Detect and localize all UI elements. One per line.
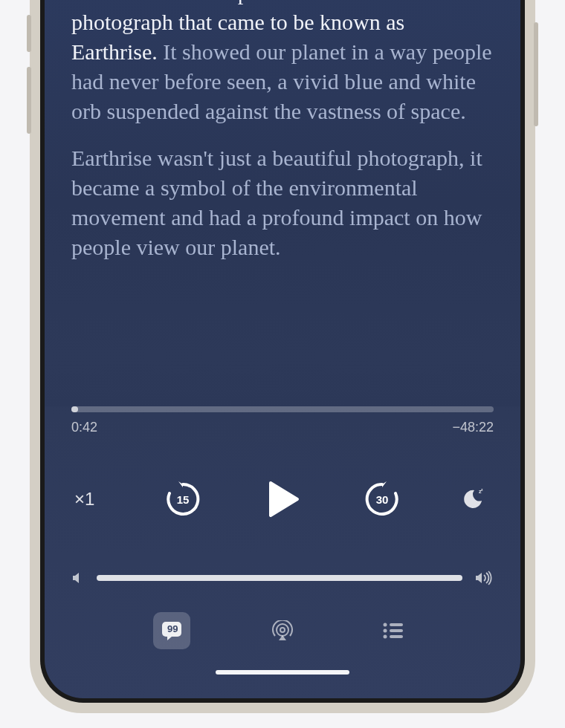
- airplay-button[interactable]: [264, 612, 301, 649]
- volume-slider[interactable]: [97, 575, 462, 581]
- sleep-timer-button[interactable]: z z: [455, 481, 491, 517]
- sleep-moon-icon: z z: [461, 487, 485, 511]
- phone-frame: William Anders captured the moment in a …: [30, 0, 535, 713]
- skip-forward-label: 30: [376, 493, 389, 506]
- volume-high-icon: [474, 571, 494, 585]
- transcript-icon: 99: [161, 620, 183, 641]
- remaining-time: −48:22: [452, 420, 494, 435]
- player-controls: 0:42 −48:22 ×1 15: [45, 406, 520, 698]
- queue-button[interactable]: [375, 612, 412, 649]
- time-labels: 0:42 −48:22: [71, 420, 494, 435]
- transcript-fade: [45, 347, 520, 406]
- svg-text:z: z: [481, 487, 483, 492]
- screen: William Anders captured the moment in a …: [45, 0, 520, 698]
- volume-low-icon: [71, 571, 85, 585]
- progress-slider[interactable]: [71, 406, 494, 412]
- svg-rect-9: [390, 629, 403, 632]
- skip-back-button[interactable]: 15: [162, 478, 204, 520]
- volume-row: [71, 571, 494, 585]
- svg-point-8: [384, 629, 387, 633]
- transcript-button[interactable]: 99: [153, 612, 190, 649]
- bottom-toolbar: 99: [71, 612, 494, 649]
- skip-back-label: 15: [177, 493, 190, 506]
- skip-forward-button[interactable]: 30: [361, 478, 403, 520]
- transcript-para2: Earthrise wasn't just a beautiful photog…: [71, 143, 494, 262]
- play-icon: [262, 478, 303, 520]
- volume-down-button: [27, 67, 31, 134]
- svg-rect-11: [390, 635, 403, 638]
- power-button: [534, 22, 538, 126]
- home-indicator[interactable]: [216, 670, 349, 675]
- queue-list-icon: [382, 622, 404, 640]
- airplay-icon: [271, 620, 294, 641]
- svg-rect-7: [390, 623, 403, 626]
- elapsed-time: 0:42: [71, 420, 97, 435]
- transcript-area[interactable]: William Anders captured the moment in a …: [45, 0, 520, 406]
- svg-point-5: [277, 624, 288, 636]
- svg-point-6: [384, 623, 387, 627]
- transcript-text: William Anders captured the moment in a …: [71, 0, 494, 262]
- svg-text:99: 99: [167, 623, 178, 634]
- playback-speed-button[interactable]: ×1: [74, 489, 110, 510]
- svg-point-4: [280, 628, 285, 632]
- play-button[interactable]: [256, 472, 309, 526]
- phone-bezel: William Anders captured the moment in a …: [40, 0, 525, 703]
- volume-up-button: [27, 15, 31, 52]
- progress-fill: [71, 406, 78, 412]
- playback-row: ×1 15: [71, 472, 494, 526]
- svg-point-10: [384, 635, 387, 639]
